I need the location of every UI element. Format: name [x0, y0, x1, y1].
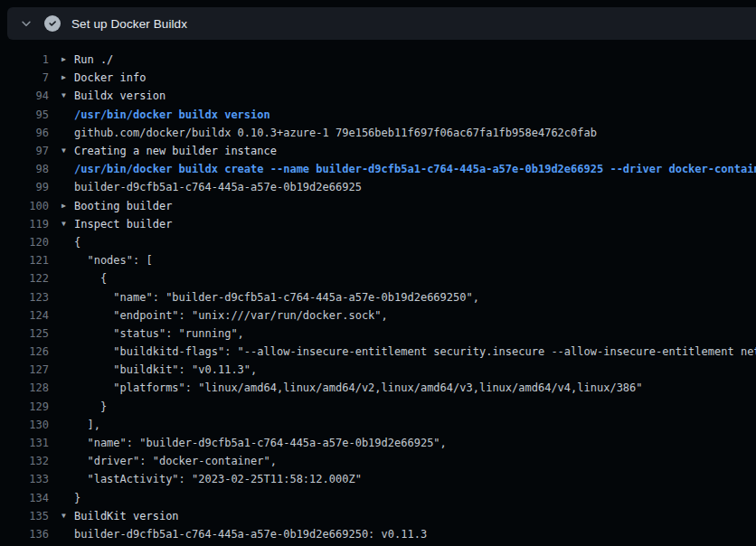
group-title: BuildKit version — [74, 510, 179, 522]
log-line: 99 builder-d9cfb5a1-c764-445a-a57e-0b19d… — [0, 178, 756, 196]
line-number[interactable]: 130 — [0, 419, 49, 431]
chevron-down-icon — [20, 17, 33, 30]
output-line: builder-d9cfb5a1-c764-445a-a57e-0b19d2e6… — [61, 181, 362, 193]
line-number[interactable]: 125 — [0, 327, 49, 340]
log-line: 119 ▼Inspect builder — [0, 215, 756, 233]
log-line: 123 "name": "builder-d9cfb5a1-c764-445a-… — [0, 287, 756, 306]
line-number[interactable]: 95 — [0, 108, 49, 121]
line-number[interactable]: 94 — [0, 89, 49, 102]
line-number[interactable]: 131 — [0, 437, 49, 449]
line-number[interactable]: 129 — [0, 400, 49, 413]
triangle-down-icon: ▼ — [61, 513, 74, 520]
output-line: } — [61, 492, 80, 504]
log-group-collapsed[interactable]: ▶Booting builder — [61, 200, 172, 212]
triangle-right-icon: ▶ — [61, 56, 74, 63]
log-line: 122 { — [0, 269, 756, 287]
log-line: 126 "buildkitd-flags": "--allow-insecure… — [0, 343, 756, 361]
log-group-expanded[interactable]: ▼Buildx version — [61, 89, 165, 102]
command-line: /usr/bin/docker buildx version — [61, 108, 270, 121]
log-line: 136 builder-d9cfb5a1-c764-445a-a57e-0b19… — [0, 525, 756, 543]
output-line: { — [61, 236, 80, 249]
group-title: Creating a new builder instance — [74, 145, 277, 157]
group-title: Booting builder — [74, 200, 172, 212]
triangle-right-icon: ▶ — [61, 74, 74, 81]
group-title: Inspect builder — [74, 218, 172, 231]
log-line: 130 ], — [0, 416, 756, 434]
line-number[interactable]: 126 — [0, 345, 49, 358]
line-number[interactable]: 96 — [0, 127, 49, 139]
log-group-expanded[interactable]: ▼Inspect builder — [61, 218, 172, 231]
line-number[interactable]: 1 — [0, 53, 49, 66]
line-number[interactable]: 136 — [0, 528, 49, 541]
output-line: { — [61, 272, 107, 285]
line-number[interactable]: 98 — [0, 163, 49, 175]
line-number[interactable]: 7 — [0, 71, 49, 84]
log-line: 128 "platforms": "linux/amd64,linux/amd6… — [0, 379, 756, 397]
output-line: "lastActivity": "2023-02-25T11:58:12.000… — [61, 473, 362, 485]
log-line: 97 ▼Creating a new builder instance — [0, 142, 756, 160]
line-number[interactable]: 133 — [0, 473, 49, 485]
output-line: github.com/docker/buildx 0.10.3+azure-1 … — [61, 127, 597, 139]
log-line: 131 "name": "builder-d9cfb5a1-c764-445a-… — [0, 434, 756, 452]
line-number[interactable]: 132 — [0, 455, 49, 467]
log-line: 98 /usr/bin/docker buildx create --name … — [0, 160, 756, 178]
output-line: "driver": "docker-container", — [61, 455, 277, 467]
log-line: 7 ▶Docker info — [0, 69, 756, 87]
line-number[interactable]: 97 — [0, 145, 49, 157]
log-line: 127 "buildkit": "v0.11.3", — [0, 361, 756, 379]
log-line: 120 { — [0, 233, 756, 251]
output-line: "buildkitd-flags": "--allow-insecure-ent… — [61, 345, 756, 358]
log-line: 133 "lastActivity": "2023-02-25T11:58:12… — [0, 470, 756, 488]
output-line: "name": "builder-d9cfb5a1-c764-445a-a57e… — [61, 291, 479, 304]
output-line: "nodes": [ — [61, 254, 153, 267]
log-lines: 1 ▶Run ./ 7 ▶Docker info 94 ▼Buildx vers… — [0, 51, 756, 543]
log-line: 94 ▼Buildx version — [0, 87, 756, 105]
line-number[interactable]: 128 — [0, 381, 49, 394]
output-line: "platforms": "linux/amd64,linux/amd64/v2… — [61, 381, 643, 394]
group-title: Run ./ — [74, 53, 113, 66]
output-line: "endpoint": "unix:///var/run/docker.sock… — [61, 309, 388, 322]
log-line: 125 "status": "running", — [0, 325, 756, 343]
step-title: Set up Docker Buildx — [71, 17, 187, 31]
line-number[interactable]: 119 — [0, 218, 49, 231]
triangle-down-icon: ▼ — [61, 221, 74, 228]
line-number[interactable]: 120 — [0, 236, 49, 249]
log-group-expanded[interactable]: ▼BuildKit version — [61, 510, 179, 522]
log-line: 1 ▶Run ./ — [0, 51, 756, 69]
log-line: 134 } — [0, 489, 756, 507]
output-line: ], — [61, 419, 100, 431]
line-number[interactable]: 99 — [0, 181, 49, 193]
log-group-collapsed[interactable]: ▶Run ./ — [61, 53, 113, 66]
line-number[interactable]: 123 — [0, 291, 49, 304]
triangle-right-icon: ▶ — [61, 202, 74, 210]
log-line: 135 ▼BuildKit version — [0, 507, 756, 525]
line-number[interactable]: 127 — [0, 363, 49, 376]
log-line: 96 github.com/docker/buildx 0.10.3+azure… — [0, 124, 756, 142]
line-number[interactable]: 124 — [0, 309, 49, 322]
group-title: Docker info — [74, 71, 146, 84]
log-line: 100 ▶Booting builder — [0, 197, 756, 215]
group-title: Buildx version — [74, 89, 165, 102]
log-line: 95 /usr/bin/docker buildx version — [0, 106, 756, 124]
log-line: 124 "endpoint": "unix:///var/run/docker.… — [0, 306, 756, 325]
command-line: /usr/bin/docker buildx create --name bui… — [61, 163, 756, 175]
log-line: 132 "driver": "docker-container", — [0, 452, 756, 470]
line-number[interactable]: 100 — [0, 200, 49, 212]
log-group-collapsed[interactable]: ▶Docker info — [61, 71, 146, 84]
triangle-down-icon: ▼ — [61, 147, 74, 155]
output-line: builder-d9cfb5a1-c764-445a-a57e-0b19d2e6… — [61, 528, 427, 541]
log-line: 121 "nodes": [ — [0, 251, 756, 269]
output-line: "status": "running", — [61, 327, 244, 340]
step-header[interactable]: Set up Docker Buildx — [7, 7, 756, 40]
log-line: 129 } — [0, 398, 756, 416]
output-line: "buildkit": "v0.11.3", — [61, 363, 257, 376]
line-number[interactable]: 121 — [0, 254, 49, 267]
triangle-down-icon: ▼ — [61, 92, 74, 99]
line-number[interactable]: 134 — [0, 492, 49, 504]
line-number[interactable]: 135 — [0, 510, 49, 522]
line-number[interactable]: 122 — [0, 272, 49, 285]
log-group-expanded[interactable]: ▼Creating a new builder instance — [61, 145, 277, 157]
check-circle-icon — [44, 15, 61, 32]
output-line: "name": "builder-d9cfb5a1-c764-445a-a57e… — [61, 437, 447, 449]
output-line: } — [61, 400, 107, 413]
